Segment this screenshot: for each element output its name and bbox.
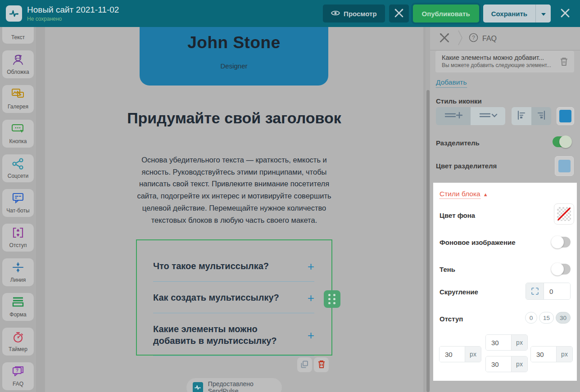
- icon-align-left-option[interactable]: [512, 107, 531, 125]
- corner-radius-icon[interactable]: [526, 283, 544, 299]
- close-editor-button[interactable]: [557, 6, 573, 21]
- tools-breadcrumb-icon[interactable]: [439, 32, 450, 45]
- page-heading[interactable]: Придумайте свой заголовок: [122, 107, 347, 129]
- padding-right-input[interactable]: [531, 347, 556, 362]
- sidebar-item-social[interactable]: Соцсети: [2, 154, 34, 182]
- save-dropdown-toggle[interactable]: [535, 5, 551, 23]
- timer-widget-icon: [2, 331, 34, 343]
- padding-preset-15[interactable]: 15: [539, 312, 554, 324]
- sidebar-item-gallery[interactable]: Галерея: [2, 85, 34, 113]
- panel-scrollbar-track[interactable]: [426, 27, 430, 392]
- lines-chevron-icon: [478, 111, 498, 122]
- delete-block-button[interactable]: [314, 357, 329, 372]
- sidebar-item-faq[interactable]: ? FAQ: [2, 362, 34, 390]
- plus-icon[interactable]: +: [308, 261, 314, 272]
- padding-preset-0[interactable]: 0: [525, 312, 537, 324]
- sidebar-item-chatbots[interactable]: Чат-боты: [2, 189, 34, 217]
- save-button[interactable]: Сохранить: [483, 5, 535, 23]
- block-drag-handle[interactable]: [324, 290, 340, 308]
- block-styles-collapse-link[interactable]: Стили блока▲: [440, 190, 488, 198]
- svg-text:?: ?: [16, 368, 18, 373]
- sidebar-item-cover[interactable]: Обложка: [2, 50, 34, 78]
- bg-color-swatch[interactable]: [554, 203, 574, 225]
- icon-type-chevron-option[interactable]: [471, 107, 505, 125]
- padding-top-input[interactable]: [486, 335, 511, 350]
- plus-icon[interactable]: +: [308, 292, 314, 304]
- radius-input[interactable]: [544, 283, 570, 299]
- sendpulse-badge-icon: [193, 382, 203, 392]
- settings-panel: ? FAQ Какие элементы можно добавит... Вы…: [430, 27, 580, 392]
- padding-bottom-input[interactable]: [486, 356, 511, 372]
- panel-breadcrumb: ? FAQ: [430, 27, 580, 50]
- tab-faq[interactable]: ? FAQ: [469, 33, 497, 44]
- save-status: Не сохранено: [27, 16, 119, 22]
- sidebar-item-button[interactable]: Кнопка: [2, 120, 34, 148]
- sidebar-item-text[interactable]: Текст: [2, 27, 34, 44]
- align-left-icon: [517, 110, 526, 122]
- faq-card-subtitle: Вы можете добавить следующие элемент...: [442, 62, 570, 68]
- faq-question-card[interactable]: Какие элементы можно добавит... Вы может…: [435, 51, 574, 72]
- block-styles-section: Стили блока▲ Цвет фона Фоновое изображен…: [433, 183, 577, 381]
- sidebar-item-spacer[interactable]: Отступ: [2, 224, 34, 252]
- align-right-icon: [536, 110, 546, 122]
- padding-preset-30[interactable]: 30: [556, 312, 571, 324]
- shadow-label: Тень: [440, 266, 455, 273]
- radius-label: Скругление: [440, 288, 478, 296]
- sidebar-item-label: Соцсети: [8, 173, 29, 179]
- padding-presets: 0 15 30: [525, 312, 571, 324]
- sidebar-item-label: Отступ: [9, 242, 27, 248]
- padding-left-group: px: [439, 346, 481, 362]
- sendpulse-badge[interactable]: Предоставлено SendPulse: [186, 378, 282, 392]
- padding-top-group: px: [485, 334, 528, 351]
- close-icon: [560, 8, 570, 19]
- save-split-button[interactable]: Сохранить: [483, 5, 551, 23]
- sidebar-item-label: Обложка: [7, 69, 29, 75]
- transparent-color-chip: [557, 207, 571, 221]
- sidebar-item-label: FAQ: [13, 381, 23, 387]
- plus-icon[interactable]: +: [308, 329, 314, 341]
- faq-item[interactable]: Какие элементы можно добавить в мультисс…: [153, 323, 314, 356]
- padding-left-input[interactable]: [440, 347, 465, 362]
- padding-left-unit: px: [465, 347, 481, 362]
- faq-question: Какие элементы можно добавить в мультисс…: [153, 323, 288, 347]
- icon-type-segmented-control[interactable]: [436, 107, 505, 125]
- sidebar-item-form[interactable]: Форма: [2, 293, 34, 321]
- site-page: John Stone Designer Придумайте свой заго…: [45, 27, 423, 392]
- faq-item[interactable]: Что такое мультиссылка? +: [153, 260, 314, 282]
- faq-block-selected[interactable]: Что такое мультиссылка? + Как создать му…: [136, 239, 332, 356]
- duplicate-block-button[interactable]: [297, 357, 312, 372]
- shadow-toggle[interactable]: [552, 264, 571, 275]
- copy-icon: [301, 360, 308, 369]
- add-question-link[interactable]: Добавить: [436, 78, 467, 88]
- delete-question-icon[interactable]: [560, 57, 568, 68]
- button-widget-icon: [2, 123, 34, 135]
- sidebar-item-line[interactable]: Линия: [2, 258, 34, 286]
- editor-tools-button[interactable]: [389, 5, 409, 23]
- icon-align-segmented-control[interactable]: [512, 107, 551, 125]
- divider-toggle[interactable]: [553, 136, 571, 147]
- page-paragraph[interactable]: Основа убедительного текста — краткость,…: [135, 154, 333, 226]
- hero-block[interactable]: John Stone Designer: [140, 27, 328, 86]
- faq-item[interactable]: Как создать мультиссылку? +: [153, 292, 314, 313]
- panel-scrollbar-thumb[interactable]: [426, 90, 430, 392]
- text-widget-icon: [2, 27, 34, 31]
- radius-control: [526, 283, 571, 300]
- widgets-sidebar: Текст Обложка Галерея Кнопка Соцсети Чат…: [0, 27, 36, 392]
- icon-align-right-option[interactable]: [531, 107, 551, 125]
- sidebar-item-label: Текст: [11, 34, 25, 41]
- publish-button[interactable]: Опубликовать: [413, 5, 479, 23]
- hero-role: Designer: [140, 62, 328, 70]
- padding-top-unit: px: [511, 335, 527, 350]
- faq-divider: [153, 313, 314, 313]
- bg-image-toggle[interactable]: [552, 237, 571, 248]
- publish-label: Опубликовать: [422, 10, 470, 18]
- preview-button[interactable]: Просмотр: [323, 5, 385, 23]
- divider-color-swatch[interactable]: [555, 156, 574, 176]
- padding-bottom-unit: px: [511, 356, 527, 372]
- sidebar-item-timer[interactable]: Таймер: [2, 328, 34, 356]
- sidebar-item-label: Таймер: [9, 346, 27, 352]
- gallery-widget-icon: [2, 88, 34, 100]
- icon-color-swatch[interactable]: [557, 107, 574, 125]
- svg-text:?: ?: [472, 35, 475, 41]
- icon-type-plus-option[interactable]: [436, 107, 471, 125]
